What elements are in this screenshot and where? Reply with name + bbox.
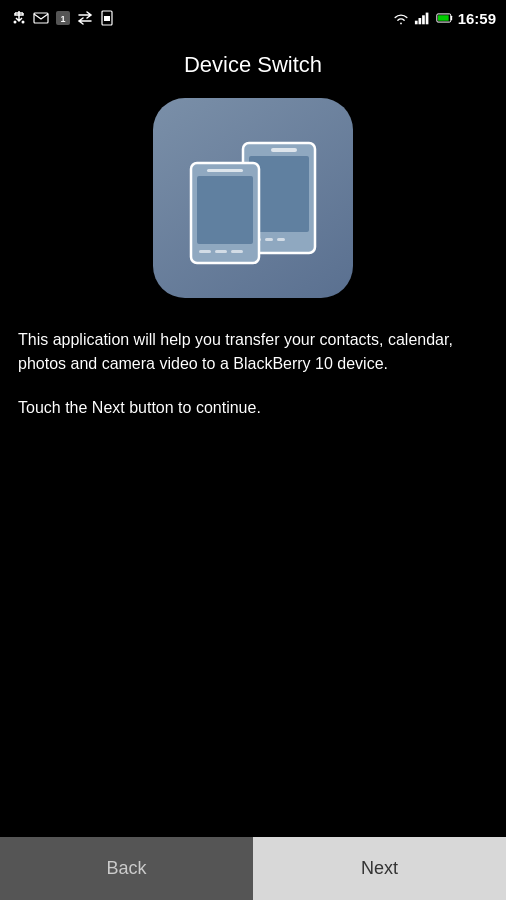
sim-icon — [98, 9, 116, 27]
gmail-icon — [32, 9, 50, 27]
svg-point-1 — [22, 21, 25, 24]
transfer-icon — [76, 9, 94, 27]
usb-icon — [10, 9, 28, 27]
description-text: This application will help you transfer … — [18, 328, 488, 376]
svg-rect-22 — [199, 250, 211, 253]
battery-icon — [436, 9, 454, 27]
status-bar: 1 16:59 — [0, 0, 506, 36]
svg-rect-21 — [207, 169, 243, 172]
clock: 16:59 — [458, 10, 496, 27]
svg-rect-15 — [271, 148, 297, 152]
description-container: This application will help you transfer … — [0, 328, 506, 420]
app-icon-container — [0, 98, 506, 298]
svg-rect-20 — [197, 176, 253, 244]
svg-rect-9 — [422, 15, 425, 24]
svg-rect-6 — [104, 16, 110, 21]
svg-point-0 — [14, 21, 17, 24]
svg-rect-2 — [34, 13, 48, 23]
status-bar-icons-left: 1 — [10, 9, 116, 27]
status-bar-icons-right: 16:59 — [392, 9, 496, 27]
instruction-text: Touch the Next button to continue. — [18, 396, 488, 420]
page-title: Device Switch — [0, 36, 506, 98]
next-button[interactable]: Next — [253, 837, 506, 900]
back-button[interactable]: Back — [0, 837, 253, 900]
app-icon — [153, 98, 353, 298]
svg-rect-18 — [277, 238, 285, 241]
svg-rect-23 — [215, 250, 227, 253]
svg-rect-7 — [415, 21, 418, 25]
bottom-buttons: Back Next — [0, 837, 506, 900]
svg-rect-12 — [438, 15, 449, 21]
notification-icon: 1 — [54, 9, 72, 27]
svg-rect-8 — [418, 18, 421, 24]
device-switch-illustration — [173, 118, 333, 278]
svg-rect-10 — [425, 13, 428, 25]
wifi-icon — [392, 9, 410, 27]
svg-rect-24 — [231, 250, 243, 253]
svg-rect-17 — [265, 238, 273, 241]
signal-icon — [414, 9, 432, 27]
svg-text:1: 1 — [60, 14, 65, 24]
